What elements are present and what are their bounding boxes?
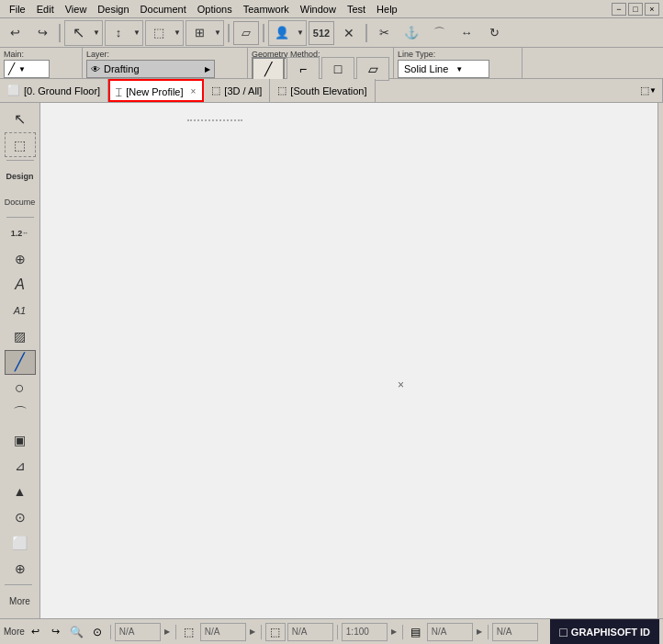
right-resize-handle[interactable]: [657, 103, 663, 618]
arrow-tool[interactable]: ↖: [5, 107, 36, 131]
linetype-control-wrapper: Solid Line ▼: [398, 60, 518, 78]
curve-button[interactable]: ⌒: [426, 21, 452, 45]
tab-south-elevation[interactable]: ⬚ [South Elevation]: [270, 79, 375, 102]
rotate2-button[interactable]: ↻: [481, 21, 507, 45]
status-icon-btn[interactable]: ⬚: [265, 623, 286, 641]
menu-view[interactable]: View: [60, 2, 93, 17]
geo-rect-button[interactable]: □: [321, 57, 354, 81]
anchor-button[interactable]: ⚓: [399, 21, 424, 45]
layer-arrow[interactable]: ▶: [205, 65, 210, 73]
tab-ground-label: [0. Ground Floor]: [24, 85, 100, 96]
dropdown-arrow-2[interactable]: ▼: [131, 21, 142, 45]
brand-label: GRAPHISOFT ID: [571, 627, 650, 638]
shape-button[interactable]: ▱: [233, 21, 259, 45]
canvas-area[interactable]: ×: [40, 103, 657, 618]
panel-tool[interactable]: ⬜: [5, 531, 36, 556]
layer-section: Layer: 👁 Drafting ▶: [83, 48, 248, 78]
tab-3d-all[interactable]: ⬚ [3D / All]: [204, 79, 270, 102]
tab-nav-arrow[interactable]: ▼: [649, 86, 657, 95]
circle-tool[interactable]: ○: [5, 376, 36, 401]
line-tool-left[interactable]: ╱: [5, 350, 36, 375]
geo-angle-button[interactable]: ⌐: [287, 57, 320, 81]
status-na1: N/A: [115, 623, 161, 641]
snap-button[interactable]: ⊞: [186, 21, 212, 45]
document-tool[interactable]: Docume: [2, 189, 39, 214]
layer-dropdown[interactable]: 👁 Drafting ▶: [86, 60, 215, 78]
layer-value: Drafting: [104, 63, 140, 74]
status-origin-button[interactable]: ⊙: [88, 623, 107, 641]
scissors-button[interactable]: ✂: [371, 21, 397, 45]
undo-button[interactable]: ↩: [2, 21, 28, 45]
geo-parallelogram-button[interactable]: ▱: [356, 57, 389, 81]
textstyle-tool[interactable]: A1: [5, 299, 36, 323]
spot-tool[interactable]: ▲: [5, 480, 36, 504]
linetype-dropdown[interactable]: Solid Line ▼: [398, 60, 489, 78]
number-tool-button[interactable]: 512: [309, 21, 334, 45]
figure-button[interactable]: 👤: [269, 21, 295, 45]
marquee-tool[interactable]: ⬚: [5, 132, 36, 157]
tab-new-profile[interactable]: ⌶ [New Profile] ×: [108, 79, 204, 102]
dropdown-arrow-1[interactable]: ▼: [91, 21, 102, 45]
status-scale-arrow[interactable]: ▶: [389, 627, 399, 636]
reflect-button[interactable]: ↔: [454, 21, 479, 45]
sb-sep-2: [175, 625, 176, 639]
menu-window[interactable]: Window: [295, 2, 342, 17]
image-tool[interactable]: ▣: [5, 427, 36, 452]
menu-bar: File Edit View Design Document Options T…: [0, 0, 663, 18]
arrow-tool-button[interactable]: ↖: [65, 21, 91, 45]
window-controls: − □ ×: [612, 3, 659, 16]
sb-sep-5: [402, 625, 403, 639]
transform-tool-group: ⬚ ▼: [145, 20, 184, 46]
menu-file[interactable]: File: [4, 2, 31, 17]
globe-tool[interactable]: ⊕: [5, 557, 36, 582]
settings-row: Main: ╱ ▼ Layer: 👁 Drafting ▶ Geometry M…: [0, 48, 663, 79]
elevation-tool[interactable]: ⊿: [5, 453, 36, 478]
status-redo-button[interactable]: ↪: [47, 623, 65, 641]
status-arrow-2[interactable]: ▶: [248, 627, 257, 636]
maximize-button[interactable]: □: [628, 3, 643, 16]
menu-help[interactable]: Help: [371, 2, 403, 17]
dropdown-arrow-4[interactable]: ▼: [212, 21, 223, 45]
rotate-tool[interactable]: ⊙: [5, 505, 36, 530]
menu-design[interactable]: Design: [92, 2, 134, 17]
lt-sep-2: [6, 217, 34, 218]
sb-sep-6: [488, 625, 489, 639]
minimize-button[interactable]: −: [612, 3, 626, 16]
dropdown-arrow-5[interactable]: ▼: [295, 21, 306, 45]
menu-document[interactable]: Document: [135, 2, 192, 17]
left-toolbar: ↖ ⬚ Design Docume 1.2↔ ⊕ A A1 ▨ ╱ ○ ⌒ ▣ …: [0, 103, 40, 618]
menu-teamwork[interactable]: Teamwork: [238, 2, 295, 17]
close-button[interactable]: ×: [645, 3, 659, 16]
sb-sep-3: [261, 625, 262, 639]
tab-profile-close[interactable]: ×: [191, 86, 197, 96]
main-style-button[interactable]: ╱ ▼: [4, 60, 50, 78]
design-tool[interactable]: Design: [2, 164, 39, 188]
menu-edit[interactable]: Edit: [31, 2, 60, 17]
linetype-arrow[interactable]: ▼: [455, 65, 463, 73]
crosshair-tool[interactable]: ⊕: [5, 246, 36, 271]
cross-tool-button[interactable]: ✕: [336, 21, 362, 45]
status-bar: More ↩ ↪ 🔍 ⊙ N/A ▶ ⬚ N/A ▶ ⬚ N/A 1:100 ▶…: [0, 618, 663, 644]
edit-tool-button[interactable]: ↕: [106, 21, 131, 45]
menu-test[interactable]: Test: [342, 2, 371, 17]
dropdown-arrow-3[interactable]: ▼: [172, 21, 183, 45]
redo-button[interactable]: ↪: [29, 21, 55, 45]
status-layers-button[interactable]: ▤: [407, 623, 425, 641]
status-arrow-1[interactable]: ▶: [163, 627, 172, 636]
geo-diagonal-button[interactable]: ╱: [252, 57, 285, 81]
status-undo-button[interactable]: ↩: [27, 623, 45, 641]
tab-nav-button[interactable]: ⬚ ▼: [635, 79, 663, 102]
menu-options[interactable]: Options: [192, 2, 238, 17]
arc-tool-left[interactable]: ⌒: [5, 401, 36, 426]
more-button[interactable]: More: [5, 587, 36, 615]
tab-ground-floor[interactable]: ⬜ [0. Ground Floor]: [0, 79, 108, 102]
status-nav-button[interactable]: ⬚: [180, 623, 198, 641]
status-zoom-button[interactable]: 🔍: [67, 623, 86, 641]
tab-3d-label: [3D / All]: [224, 85, 262, 96]
transform-button[interactable]: ⬚: [146, 21, 172, 45]
hatch-tool[interactable]: ▨: [5, 324, 36, 349]
dimension-tool[interactable]: 1.2↔: [5, 220, 36, 245]
status-arrow-4[interactable]: ▶: [475, 627, 484, 636]
main-style-arrow[interactable]: ▼: [18, 65, 26, 73]
text-tool[interactable]: A: [5, 273, 36, 298]
